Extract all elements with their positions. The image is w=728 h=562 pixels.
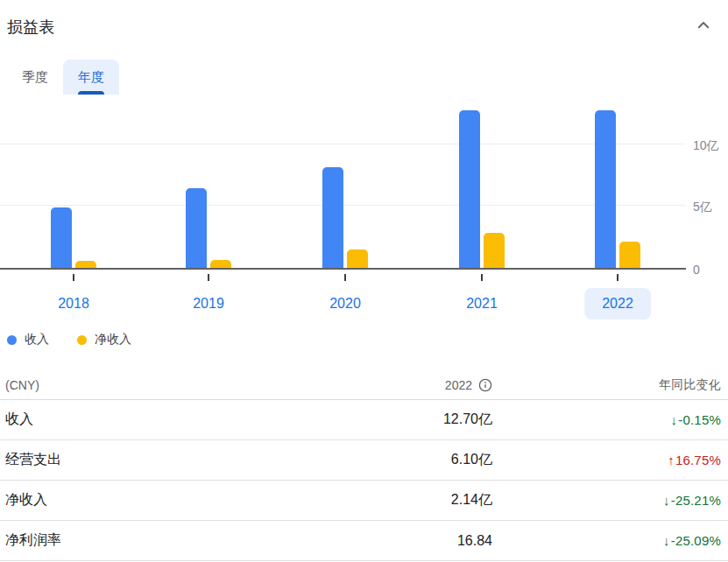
legend-item-revenue: 收入 [7,332,49,348]
x-tick [617,274,618,281]
bar-chart: 05亿10亿 [0,95,728,270]
plot-area[interactable] [0,95,686,270]
up-arrow-icon: ↑ [668,453,675,467]
row-change: ↓-25.09% [492,533,721,548]
row-value: 16.84 [457,533,492,549]
change-value: 16.75% [675,453,721,467]
net-income-bar-2018[interactable] [75,261,96,268]
change-value: -25.09% [671,533,721,548]
table-row-net-margin: 净利润率 16.84 ↓-25.09% [0,521,728,561]
row-label: 净收入 [5,491,373,509]
panel-header: 损益表 [0,0,728,39]
revenue-dot-icon [7,335,17,345]
down-arrow-icon: ↓ [663,493,670,508]
income-statement-panel: 损益表 季度 年度 05亿10亿 20182019202020212022 收入… [0,0,728,562]
revenue-bar-2022[interactable] [595,110,616,268]
y-axis-labels: 05亿10亿 [686,95,728,270]
y-axis-tick-label: 10亿 [693,138,719,154]
chart-legend: 收入 净收入 [7,332,728,348]
y-axis-tick-label: 5亿 [693,200,712,215]
revenue-bar-2020[interactable] [322,167,343,268]
table-row-net-income: 净收入 2.14亿 ↓-25.21% [0,481,728,521]
gridline [0,144,686,144]
collapse-section-button[interactable] [693,17,714,38]
net-income-bar-2020[interactable] [347,249,368,268]
revenue-bar-2019[interactable] [186,188,207,268]
row-change: ↑16.75% [492,453,721,467]
net-income-bar-2021[interactable] [484,233,505,268]
x-tick [344,274,346,281]
row-change: ↓-25.21% [492,493,721,508]
legend-item-net-income: 净收入 [77,332,131,348]
table-row-revenue: 收入 12.70亿 ↓-0.15% [0,400,728,440]
tab-quarterly[interactable]: 季度 [7,60,63,95]
row-value: 12.70亿 [443,411,492,429]
change-value: -25.21% [671,493,721,508]
year-label-2021[interactable]: 2021 [466,288,498,320]
chevron-up-icon [696,18,711,37]
year-label-2020[interactable]: 2020 [329,288,361,320]
column-yoy-change: 年同比变化 [492,377,721,393]
table-header-row: (CNY) 2022 年同比变化 [0,370,728,400]
legend-net-income-label: 净收入 [95,332,131,348]
tab-annual-label: 年度 [78,69,104,86]
info-icon[interactable] [478,378,492,392]
x-tick [73,274,74,281]
tab-quarterly-label: 季度 [22,69,48,86]
x-axis-labels: 20182019202020212022 [0,283,728,325]
revenue-bar-2021[interactable] [459,110,480,268]
column-year-label: 2022 [445,378,472,392]
column-currency: (CNY) [5,378,373,392]
period-tabs: 季度 年度 [7,60,728,95]
x-tick [208,274,209,281]
x-axis-ticks [0,270,728,283]
row-value: 2.14亿 [451,491,492,509]
legend-revenue-label: 收入 [25,332,49,348]
revenue-bar-2018[interactable] [51,207,72,268]
row-label: 经营支出 [5,451,373,469]
tab-annual[interactable]: 年度 [63,60,119,95]
table-row-operating-expense: 经营支出 6.10亿 ↑16.75% [0,440,728,481]
row-value: 6.10亿 [451,451,492,469]
column-year: 2022 [373,378,492,392]
change-value: -0.15% [678,412,721,427]
net-income-bar-2019[interactable] [210,260,231,268]
year-label-2019[interactable]: 2019 [193,288,224,320]
x-tick [481,274,483,281]
net-income-bar-2022[interactable] [619,242,640,268]
financials-table: (CNY) 2022 年同比变化 收入 12.70亿 ↓-0.15% 经营支出 … [0,370,728,561]
panel-title: 损益表 [7,17,55,38]
row-label: 净利润率 [5,531,373,550]
down-arrow-icon: ↓ [671,412,678,427]
down-arrow-icon: ↓ [663,533,670,548]
row-change: ↓-0.15% [492,412,721,427]
year-label-2022[interactable]: 2022 [584,288,651,320]
row-label: 收入 [5,411,373,429]
year-label-2018[interactable]: 2018 [58,288,89,320]
net-income-dot-icon [77,335,87,345]
